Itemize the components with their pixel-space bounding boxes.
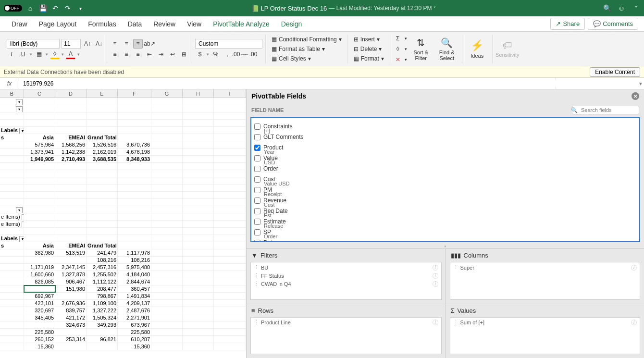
grid-cell[interactable] bbox=[151, 271, 183, 278]
enable-content-button[interactable]: Enable Content bbox=[590, 67, 640, 77]
search-icon[interactable]: 🔍 bbox=[603, 4, 611, 12]
pivot-area-item[interactable]: ⋮Sum of [+]i bbox=[451, 319, 639, 327]
currency-icon[interactable]: $ bbox=[195, 49, 205, 59]
pivot-field-item[interactable]: Revenue bbox=[254, 195, 636, 206]
document-title[interactable]: LP Order Status Dec 16 bbox=[261, 5, 327, 12]
grid-cell[interactable] bbox=[24, 235, 55, 242]
grid-cell[interactable] bbox=[183, 264, 214, 271]
grid-cell[interactable]: 4,209,137 bbox=[118, 300, 151, 307]
grid-cell[interactable] bbox=[0, 257, 24, 263]
field-checkbox[interactable] bbox=[254, 208, 260, 214]
grid-cell[interactable]: 1,949,905 bbox=[24, 156, 55, 162]
grid-cell[interactable] bbox=[55, 112, 87, 119]
grid-cell[interactable] bbox=[87, 228, 118, 235]
grid-cell[interactable] bbox=[87, 177, 118, 184]
grid-cell[interactable]: 610,287 bbox=[118, 336, 151, 343]
grid-cell[interactable] bbox=[151, 314, 183, 321]
grid-cell[interactable] bbox=[151, 192, 183, 198]
grid-cell[interactable]: 15,360 bbox=[118, 343, 151, 350]
pivot-area-item[interactable]: ⋮BUi bbox=[252, 263, 440, 272]
grid-cell[interactable] bbox=[87, 170, 118, 177]
font-color-icon[interactable]: A bbox=[66, 49, 75, 59]
grid-cell[interactable]: s bbox=[0, 134, 24, 141]
tab-formulas[interactable]: Formulas bbox=[82, 16, 122, 31]
undo-icon[interactable]: ↶ bbox=[51, 4, 60, 12]
grid-cell[interactable] bbox=[183, 98, 214, 105]
pivot-values-area[interactable]: ΣValues ⋮Sum of [+]i bbox=[446, 304, 644, 358]
grid-cell[interactable] bbox=[214, 134, 246, 141]
grid-cell[interactable] bbox=[183, 177, 214, 184]
field-checkbox[interactable] bbox=[254, 134, 260, 140]
grid-cell[interactable] bbox=[0, 199, 24, 206]
search-fields-input[interactable] bbox=[572, 106, 639, 114]
grid-cell[interactable] bbox=[183, 343, 214, 350]
grid-cell[interactable] bbox=[214, 285, 246, 292]
grid-cell[interactable] bbox=[118, 112, 151, 119]
grid-cell[interactable] bbox=[151, 148, 183, 155]
grid-cell[interactable]: EMEAI bbox=[55, 242, 87, 249]
grid-cell[interactable] bbox=[24, 213, 55, 220]
grid-cell[interactable]: 673,967 bbox=[118, 321, 151, 328]
grid-cell[interactable]: Asia bbox=[24, 134, 55, 141]
increase-indent-icon[interactable]: ⇥ bbox=[156, 49, 166, 59]
grid-cell[interactable] bbox=[55, 221, 87, 227]
grid-cell[interactable] bbox=[87, 206, 118, 213]
title-dropdown-icon[interactable]: ˅ bbox=[433, 6, 436, 11]
grid-cell[interactable] bbox=[118, 192, 151, 198]
grid-cell[interactable] bbox=[214, 321, 246, 328]
grid-cell[interactable] bbox=[151, 112, 183, 119]
grid-cell[interactable]: Asia bbox=[24, 242, 55, 249]
grid-cell[interactable] bbox=[0, 156, 24, 162]
close-icon[interactable]: ✕ bbox=[632, 92, 639, 100]
grid-cell[interactable] bbox=[183, 285, 214, 292]
grid-cell[interactable]: 96,821 bbox=[87, 336, 118, 343]
grid-cell[interactable] bbox=[87, 112, 118, 119]
save-icon[interactable]: 💾 bbox=[38, 4, 47, 12]
grid-cell[interactable] bbox=[118, 127, 151, 134]
grid-cell[interactable]: 1,600,660 bbox=[24, 271, 55, 278]
grid-cell[interactable] bbox=[118, 177, 151, 184]
grid-cell[interactable]: 5,975,480 bbox=[118, 264, 151, 271]
grid-cell[interactable] bbox=[118, 242, 151, 249]
tab-page-layout[interactable]: Page Layout bbox=[33, 16, 83, 31]
grid-cell[interactable]: 151,980 bbox=[55, 285, 87, 292]
grid-cell[interactable]: 2,676,936 bbox=[55, 300, 87, 307]
grid-cell[interactable] bbox=[0, 177, 24, 184]
grid-cell[interactable]: 15,360 bbox=[24, 343, 55, 350]
grid-cell[interactable] bbox=[183, 300, 214, 307]
grid-cell[interactable] bbox=[183, 112, 214, 119]
grid-cell[interactable] bbox=[183, 307, 214, 314]
grid-cell[interactable] bbox=[151, 343, 183, 350]
grid-cell[interactable]: 2,347,145 bbox=[55, 264, 87, 271]
grid-cell[interactable] bbox=[183, 199, 214, 206]
grid-cell[interactable] bbox=[151, 105, 183, 112]
pivot-field-item[interactable]: Req Date bbox=[254, 206, 636, 216]
pivot-field-item[interactable]: Order bbox=[254, 163, 636, 174]
grid-cell[interactable]: e Items) ▾ bbox=[0, 213, 24, 220]
grid-cell[interactable] bbox=[214, 148, 246, 155]
grid-cell[interactable] bbox=[118, 228, 151, 235]
column-header[interactable]: F bbox=[118, 89, 151, 98]
grid-cell[interactable] bbox=[55, 228, 87, 235]
grid-cell[interactable] bbox=[55, 206, 87, 213]
grid-cell[interactable] bbox=[151, 156, 183, 162]
grid-cell[interactable] bbox=[151, 177, 183, 184]
column-header[interactable]: E bbox=[87, 89, 118, 98]
grid-cell[interactable] bbox=[214, 329, 246, 335]
grid-cell[interactable] bbox=[214, 170, 246, 177]
grid-cell[interactable]: Grand Total bbox=[87, 242, 118, 249]
grid-cell[interactable]: 208,477 bbox=[87, 285, 118, 292]
grid-cell[interactable] bbox=[151, 278, 183, 285]
tab-pivottable-analyze[interactable]: PivotTable Analyze bbox=[207, 16, 275, 31]
pivot-field-list[interactable]: Constraints[+]GLT CommentsProductYearVal… bbox=[250, 117, 640, 242]
grid-cell[interactable] bbox=[214, 336, 246, 343]
grid-cell[interactable] bbox=[151, 185, 183, 191]
pivot-columns-area[interactable]: ▮▮▮Columns ⋮Superi bbox=[446, 248, 644, 304]
fill-icon[interactable]: ◊ bbox=[393, 44, 403, 54]
grid-cell[interactable] bbox=[118, 199, 151, 206]
grid-cell[interactable] bbox=[183, 278, 214, 285]
grid-cell[interactable] bbox=[183, 221, 214, 227]
grid-cell[interactable]: 3,670,736 bbox=[118, 141, 151, 148]
grid-cell[interactable] bbox=[151, 213, 183, 220]
pivot-field-item[interactable]: Cust bbox=[254, 174, 636, 185]
